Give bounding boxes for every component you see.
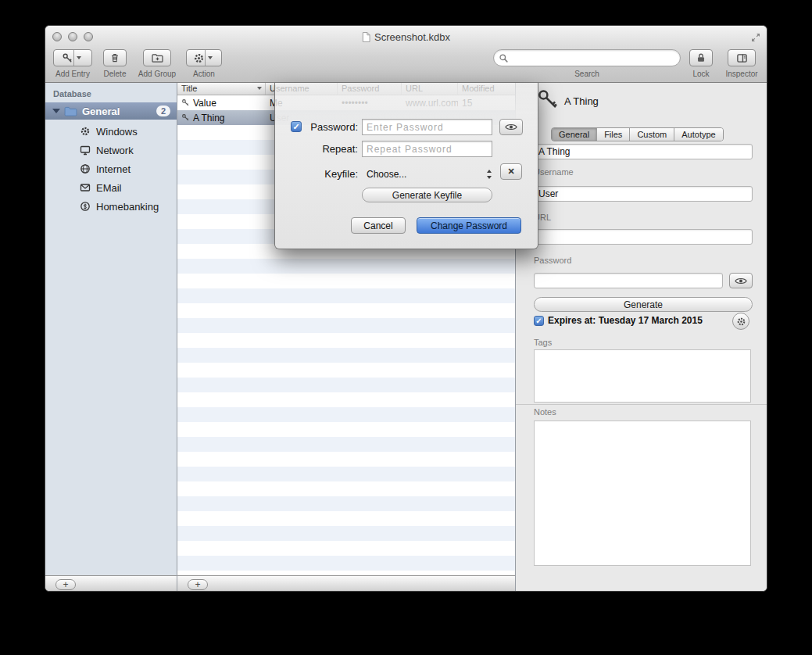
window-title-area: Screenshot.kdbx bbox=[45, 31, 767, 43]
add-group-button[interactable] bbox=[143, 49, 171, 66]
add-entry-button[interactable] bbox=[53, 49, 92, 66]
network-monitor-icon bbox=[80, 145, 91, 156]
generate-keyfile-button[interactable]: Generate Keyfile bbox=[362, 188, 492, 202]
desktop-background: Screenshot.kdbx Add Entry Delete bbox=[0, 0, 812, 655]
status-footer: + + bbox=[45, 575, 516, 592]
tags-input[interactable] bbox=[534, 349, 751, 403]
key-icon bbox=[62, 52, 73, 64]
username-field[interactable] bbox=[534, 186, 753, 202]
trash-icon bbox=[109, 52, 120, 63]
fullscreen-icon[interactable] bbox=[750, 32, 761, 43]
app-window: Screenshot.kdbx Add Entry Delete bbox=[45, 25, 767, 592]
entry-title: A Thing bbox=[193, 113, 224, 123]
sidebar-item-network[interactable]: Network bbox=[45, 141, 177, 159]
gear-icon bbox=[193, 52, 205, 64]
add-entry-dropdown[interactable] bbox=[73, 50, 84, 66]
sidebar-item-label: Internet bbox=[96, 163, 131, 175]
eye-icon bbox=[735, 277, 747, 285]
keyfile-value: Choose... bbox=[362, 169, 406, 180]
sidebar-item-label: EMail bbox=[96, 182, 122, 194]
change-password-sheet: ✓ Password: Repeat: Keyfile: Choose... ✕… bbox=[274, 83, 538, 249]
action-button[interactable] bbox=[186, 49, 222, 66]
password-label: Password bbox=[534, 256, 571, 265]
tags-label: Tags bbox=[534, 338, 552, 347]
window-title: Screenshot.kdbx bbox=[374, 31, 450, 43]
sidebar-item-email[interactable]: EMail bbox=[45, 178, 177, 197]
sidebar-item-label: Network bbox=[96, 145, 134, 156]
windows-gear-icon bbox=[80, 126, 91, 137]
eye-icon bbox=[505, 123, 517, 131]
url-field[interactable] bbox=[534, 229, 753, 245]
window-chrome: Screenshot.kdbx Add Entry Delete bbox=[45, 26, 767, 83]
password-enable-checkbox[interactable]: ✓ bbox=[291, 121, 302, 132]
action-dropdown[interactable] bbox=[205, 50, 215, 66]
coin-icon bbox=[80, 201, 91, 212]
key-icon bbox=[181, 98, 190, 107]
column-label: Title bbox=[181, 84, 197, 93]
toolbar-item-lock: Lock bbox=[680, 49, 722, 78]
tab-autotype[interactable]: Autotype bbox=[674, 128, 722, 141]
sidebar-item-homebanking[interactable]: Homebanking bbox=[45, 197, 177, 216]
sidebar-item-windows[interactable]: Windows bbox=[45, 122, 177, 141]
toolbar-label: Inspector bbox=[717, 70, 766, 78]
toolbar-item-inspector: Inspector bbox=[717, 49, 766, 78]
toolbar-label: Add Group bbox=[133, 70, 181, 78]
sidebar-section-header: Database bbox=[45, 83, 177, 102]
toolbar-label: Delete bbox=[95, 70, 134, 78]
expires-checkbox[interactable]: ✓ bbox=[534, 316, 544, 326]
sheet-keyfile-label: Keyfile: bbox=[303, 166, 358, 182]
inspector-panel: A Thing General Files Custom Autotype Us… bbox=[516, 83, 767, 592]
tab-general[interactable]: General bbox=[552, 128, 597, 141]
disclosure-triangle-icon[interactable] bbox=[52, 109, 60, 113]
new-password-input[interactable] bbox=[362, 119, 492, 135]
repeat-password-input[interactable] bbox=[362, 141, 492, 157]
count-badge: 2 bbox=[156, 106, 170, 116]
sheet-reveal-password-button[interactable] bbox=[499, 119, 523, 135]
add-entry-footer-button[interactable]: + bbox=[188, 579, 208, 590]
keyfile-popup[interactable]: Choose... bbox=[362, 166, 492, 182]
toolbar-label: Search bbox=[493, 70, 681, 78]
delete-button[interactable] bbox=[103, 49, 127, 66]
gear-icon bbox=[736, 317, 746, 327]
sidebar-item-label: Windows bbox=[96, 126, 138, 138]
add-group-footer-button[interactable]: + bbox=[55, 579, 76, 590]
envelope-icon bbox=[80, 182, 91, 193]
sheet-repeat-label: Repeat: bbox=[303, 141, 358, 157]
lock-button[interactable] bbox=[689, 49, 713, 66]
notes-input[interactable] bbox=[534, 421, 751, 566]
notes-label: Notes bbox=[534, 407, 556, 417]
search-icon bbox=[499, 53, 509, 63]
sidebar-item-general[interactable]: General 2 bbox=[45, 102, 177, 120]
sidebar-item-internet[interactable]: Internet bbox=[45, 159, 177, 178]
folder-icon bbox=[64, 106, 77, 116]
title-field[interactable] bbox=[534, 144, 753, 159]
tab-custom[interactable]: Custom bbox=[630, 128, 674, 141]
sidebar-splitter[interactable] bbox=[177, 83, 177, 591]
expires-text: Expires at: Tuesday 17 March 2015 bbox=[548, 315, 703, 326]
sidebar-item-label: Homebanking bbox=[96, 201, 159, 213]
toolbar-label: Action bbox=[183, 70, 225, 78]
sheet-password-label: Password: bbox=[303, 119, 358, 135]
generate-password-button[interactable]: Generate bbox=[534, 297, 753, 312]
chevron-down-icon bbox=[208, 56, 213, 59]
entry-title: Value bbox=[193, 98, 216, 109]
toolbar-label: Add Entry bbox=[48, 70, 97, 78]
column-header-title[interactable]: Title bbox=[177, 83, 266, 95]
stepper-arrows-icon bbox=[486, 169, 492, 180]
globe-icon bbox=[80, 163, 91, 174]
cancel-button[interactable]: Cancel bbox=[351, 217, 406, 234]
clear-keyfile-button[interactable]: ✕ bbox=[500, 163, 522, 180]
expires-gear-button[interactable] bbox=[732, 313, 749, 330]
inspector-button[interactable] bbox=[728, 49, 756, 66]
search-field[interactable] bbox=[493, 49, 681, 66]
toolbar-item-action: Action bbox=[183, 49, 225, 78]
change-password-button[interactable]: Change Password bbox=[417, 217, 521, 234]
toolbar-item-search: Search bbox=[493, 49, 681, 78]
tab-files[interactable]: Files bbox=[597, 128, 630, 141]
toolbar-item-add-entry: Add Entry bbox=[48, 49, 97, 78]
password-field[interactable] bbox=[534, 273, 723, 288]
inspector-panel-icon bbox=[736, 52, 748, 64]
sort-indicator-icon bbox=[257, 87, 262, 90]
search-input[interactable] bbox=[512, 52, 675, 63]
reveal-password-button[interactable] bbox=[729, 273, 753, 288]
